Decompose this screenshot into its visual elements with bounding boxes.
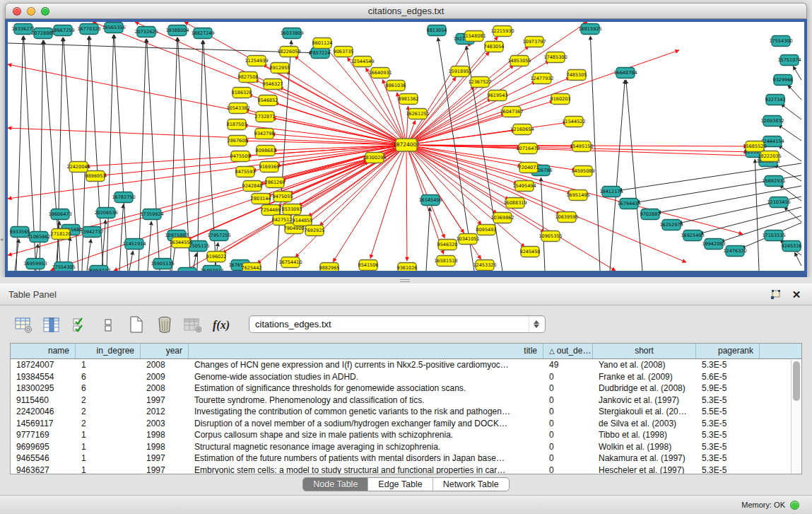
graph-node[interactable]: 8186328	[232, 88, 252, 98]
graph-node[interactable]: 18815925	[578, 24, 601, 35]
graph-node[interactable]: 18300295	[363, 153, 386, 163]
graph-node[interactable]: 15692931	[762, 176, 785, 187]
graph-edge[interactable]	[93, 22, 406, 145]
graph-edge[interactable]	[197, 40, 203, 271]
graph-edge[interactable]	[406, 52, 489, 145]
graph-node[interactable]: 19942083	[702, 239, 725, 250]
graph-edge[interactable]	[119, 204, 123, 271]
graph-edge[interactable]	[107, 35, 114, 271]
graph-node[interactable]: 12367527	[468, 77, 491, 88]
graph-node[interactable]: 16640931	[368, 68, 392, 78]
graph-edge[interactable]	[793, 66, 801, 80]
graph-node[interactable]: 16047367	[500, 107, 523, 117]
graph-node[interactable]: 9619543	[488, 90, 508, 101]
column-header-pagerank[interactable]: pagerank	[696, 344, 760, 358]
graph-node[interactable]: 17359924	[140, 209, 163, 220]
graph-node[interactable]: 18222035	[758, 151, 781, 162]
graph-node[interactable]: 17554300	[769, 36, 792, 47]
graph-node[interactable]: 12215930	[490, 26, 514, 37]
graph-node[interactable]: 14853055	[507, 56, 531, 66]
column-header-name[interactable]: name	[11, 344, 76, 358]
graph-node[interactable]: 19606473	[48, 209, 71, 220]
graph-node[interactable]: 17957255	[207, 230, 230, 241]
graph-node[interactable]: 10716470	[516, 144, 539, 154]
graph-edge[interactable]	[406, 22, 587, 145]
graph-node[interactable]: 9475509	[230, 151, 251, 162]
graph-edge[interactable]	[406, 145, 509, 199]
graph-node[interactable]: 18226058	[277, 47, 300, 57]
memory-status-indicator[interactable]	[790, 501, 799, 510]
graph-edge[interactable]	[139, 39, 146, 271]
graph-edge[interactable]	[778, 146, 801, 161]
table-row[interactable]: 911546021997Tourette syndrome. Phenomeno…	[11, 395, 801, 407]
table-row[interactable]: 969969511998Structural magnetic resonanc…	[11, 441, 801, 453]
graph-node[interactable]: 9882965	[319, 263, 340, 271]
graph-node[interactable]: 18827249	[191, 28, 214, 39]
graph-node[interactable]: 18667259	[51, 25, 74, 36]
table-row[interactable]: 1872400712008Changes of HCN gene express…	[11, 359, 801, 371]
graph-node[interactable]: 19565356	[102, 23, 125, 33]
graph-edge[interactable]	[781, 104, 801, 119]
graph-node[interactable]: 9063735	[334, 47, 354, 57]
tab-network-table[interactable]: Network Table	[433, 478, 509, 491]
graph-node[interactable]: 20206536	[94, 208, 117, 218]
graph-node[interactable]: 2867608	[228, 136, 248, 146]
table-row[interactable]: 977716911998Corpus callosum shape and si…	[11, 429, 801, 441]
graph-node[interactable]: 10639595	[555, 212, 578, 223]
graph-node[interactable]: 18799130	[175, 268, 199, 271]
graph-node[interactable]: 12476320	[723, 246, 746, 257]
graph-node[interactable]: 9245316	[782, 241, 802, 252]
graph-node[interactable]: 10369862	[490, 213, 514, 223]
graph-edge[interactable]	[295, 145, 406, 257]
graph-node[interactable]: 12103416	[767, 197, 790, 208]
table-source-dropdown[interactable]: citations_edges.txt	[249, 315, 546, 333]
graph-edge[interactable]	[129, 251, 133, 271]
graph-node[interactable]: 15685520	[743, 141, 766, 152]
graph-node[interactable]: 20732625	[134, 27, 158, 37]
graph-node[interactable]: 8981362	[399, 94, 419, 105]
graph-node[interactable]: 9827508	[238, 72, 259, 83]
graph-node[interactable]: 10905355	[539, 231, 562, 242]
graph-node[interactable]: 8912955	[270, 63, 290, 74]
graph-node[interactable]: 12544549	[351, 57, 374, 67]
graph-node[interactable]: 16754410	[278, 257, 302, 268]
network-view[interactable]: 1872400719336271207288881866725916770328…	[5, 19, 807, 277]
table-row[interactable]: 1938455462009Genome-wide association stu…	[11, 371, 801, 383]
graph-node[interactable]: 13942737	[80, 227, 103, 238]
table-scrollbar-thumb[interactable]	[793, 361, 800, 401]
table-scrollbar[interactable]	[791, 360, 801, 474]
graph-node[interactable]: 2732871	[255, 112, 276, 122]
graph-node[interactable]: 19412176	[599, 187, 623, 197]
table-row[interactable]: 2242004622012Investigating the contribut…	[11, 406, 801, 418]
graph-node[interactable]: 9329966	[773, 75, 794, 86]
graph-node[interactable]: 16581518	[434, 256, 457, 267]
graph-node[interactable]: 2803144	[251, 194, 271, 204]
graph-node[interactable]: 8098683	[256, 146, 276, 156]
graph-node[interactable]: 16951495	[566, 190, 589, 201]
graph-node[interactable]: 2861269	[265, 177, 286, 188]
graph-node[interactable]: 16261251	[406, 109, 429, 119]
float-panel-icon[interactable]	[768, 289, 782, 300]
divider-handle[interactable]	[400, 279, 410, 282]
select-columns-icon[interactable]	[71, 315, 89, 333]
graph-node[interactable]: 22420046	[66, 162, 90, 173]
graph-node[interactable]: 15495494	[512, 181, 536, 192]
tab-edge-table[interactable]: Edge Table	[368, 478, 433, 491]
graph-node[interactable]: 9546320	[437, 240, 458, 250]
table-row[interactable]: 1830029562008Estimation of significance …	[11, 382, 801, 395]
graph-node[interactable]: 7485305	[567, 70, 587, 81]
column-header-in_degree[interactable]: in_degree	[76, 344, 141, 358]
graph-node[interactable]: 8095493	[476, 225, 497, 235]
graph-node[interactable]: 12093832	[760, 116, 784, 127]
graph-node[interactable]: 8187503	[227, 119, 247, 130]
graph-node[interactable]: 9245450	[520, 247, 541, 257]
graph-edge[interactable]	[184, 22, 406, 145]
graph-edge[interactable]	[8, 128, 406, 145]
graph-node[interactable]: 9196022	[206, 252, 227, 262]
graph-node[interactable]: 9242848	[242, 181, 263, 192]
graph-edge[interactable]	[426, 207, 430, 271]
graph-edge[interactable]	[755, 159, 759, 271]
column-header-title[interactable]: title	[189, 344, 543, 358]
graph-node[interactable]: 10341051	[456, 234, 479, 245]
graph-edge[interactable]	[406, 145, 407, 261]
